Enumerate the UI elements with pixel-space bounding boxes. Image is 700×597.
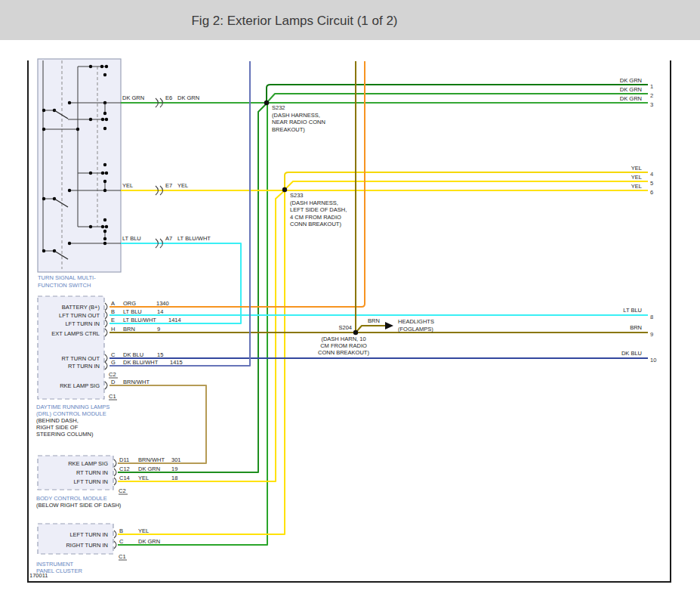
- wires: [109, 61, 648, 545]
- drl-pin-a-wire: ORG: [123, 300, 136, 307]
- s233-note-2: LEFT SIDE OF DASH,: [290, 206, 347, 213]
- drl-pin-e-wire: LT BLU/WHT: [123, 317, 156, 323]
- s233-note-1: (DASH HARNESS,: [290, 200, 338, 206]
- bcm-module-label: BODY CONTROL MODULE (BELOW RIGHT SIDE OF…: [36, 495, 122, 509]
- bcm-pin-c14: C14: [119, 475, 130, 481]
- drl-loc-line1: (BEHIND DASH,: [36, 417, 79, 424]
- cluster-name-line1: INSTRUMENT: [36, 561, 74, 568]
- bcm-loc: (BELOW RIGHT SIDE OF DASH): [36, 502, 122, 509]
- s232-note-3: BREAKOUT): [272, 126, 305, 133]
- cluster-pin-b-wire: YEL: [138, 527, 149, 534]
- cluster-pin-c-label: RIGHT TURN IN: [66, 542, 108, 549]
- terminal-2-num: 2: [650, 92, 653, 99]
- drl-pin-g-label: RT TURN IN: [68, 363, 100, 370]
- drl-pin-d-wire: BRN/WHT: [123, 379, 150, 385]
- drl-pin-a: A: [111, 300, 115, 307]
- drl-pin-g: G: [111, 359, 116, 366]
- bcm-pin-d11-wire: BRN/WHT: [138, 456, 165, 463]
- wire-yel-to-bcm-c14: [118, 190, 285, 481]
- cluster-pin-b: B: [119, 527, 123, 534]
- wire-brn-branch: [356, 326, 385, 333]
- switch-output-dk-grn: DK GRN E6 DK GRN: [122, 94, 199, 107]
- terminal-9-wire: BRN: [630, 324, 642, 331]
- drl-pin-h: H: [111, 326, 115, 333]
- drl-pin-g-ckt: 1415: [170, 359, 183, 366]
- splice-s204: S204 (DASH HARN, 10 CM FROM RADIO CONN B…: [318, 324, 369, 356]
- terminal-4-wire: YEL: [631, 165, 642, 172]
- wire-brn-wht: [109, 385, 206, 463]
- terminal-9-num: 9: [650, 331, 653, 338]
- connector-pin: E6: [165, 94, 172, 101]
- bcm-pin-d11: D11: [119, 456, 129, 463]
- drl-connector-c2: C2: [109, 371, 116, 378]
- turn-signal-switch-label: TURN SIGNAL MULTI- FUNCTION SWITCH: [38, 274, 96, 289]
- exterior-lamps-circuit-diagram: TURN SIGNAL MULTI- FUNCTION SWITCH: [0, 0, 700, 597]
- drl-pin-c-label: RT TURN OUT: [62, 355, 100, 362]
- drl-pin-h-ckt: 9: [157, 326, 160, 333]
- terminal-6-num: 6: [650, 189, 653, 196]
- cluster-pin-b-label: LEFT TURN IN: [69, 531, 108, 538]
- terminal-5-num: 5: [650, 180, 653, 187]
- switch-output-yel: YEL E7 YEL: [122, 182, 188, 195]
- drl-pin-e: E: [111, 317, 115, 323]
- terminal-8-num: 8: [650, 314, 653, 320]
- drl-pin-d-label: RKE LAMP SIG: [60, 382, 100, 389]
- drl-module-box: BATTERY (B+) A ORG 1340 LFT TURN OUT B L…: [38, 296, 183, 400]
- bcm-pin-c12-wire: DK GRN: [138, 466, 160, 472]
- s204-note-3: CONN BREAKOUT): [318, 349, 369, 356]
- wire-label: YEL: [122, 182, 133, 189]
- wire-org: [109, 61, 365, 307]
- bcm-pin-c14-label: LFT TURN IN: [73, 478, 108, 485]
- s232-note-2: NEAR RADIO CONN: [272, 119, 325, 125]
- terminal-4-num: 4: [650, 171, 653, 178]
- wiring-diagram-page: Fig 2: Exterior Lamps Circuit (1 of 2): [0, 0, 700, 597]
- bcm-pin-c12: C12: [119, 466, 130, 472]
- s204-id: S204: [338, 324, 352, 331]
- headlights-arrow: [385, 322, 393, 329]
- bcm-pin-d11-label: RKE LAMP SIG: [68, 460, 108, 467]
- right-terminals: DK GRN 1 DK GRN 2 DK GRN 3 YEL 4 YEL 5 Y…: [620, 77, 657, 363]
- splice-s233: S233 (DASH HARNESS, LEFT SIDE OF DASH, 4…: [282, 187, 347, 227]
- bcm-pin-d11-ckt: 301: [171, 456, 181, 463]
- wire-label: DK GRN: [122, 94, 144, 101]
- drl-pin-h-wire: BRN: [123, 326, 135, 333]
- terminal-1-wire: DK GRN: [620, 77, 642, 84]
- drl-pin-c-ckt: 15: [157, 351, 163, 358]
- wire-yel-4: [285, 172, 648, 187]
- drl-pin-b-wire: LT BLU: [123, 308, 142, 315]
- drl-pin-b: B: [111, 308, 115, 315]
- drl-pin-g-wire: DK BLU/WHT: [123, 359, 159, 366]
- drl-pin-c-wire: DK BLU: [123, 351, 143, 358]
- drl-name-line1: DAYTIME RUNNING LAMPS: [36, 404, 109, 410]
- switch-name-line2: FUNCTION SWITCH: [38, 282, 91, 289]
- drl-pin-c: C: [111, 351, 116, 358]
- bcm-pin-c14-ckt: 18: [171, 475, 177, 481]
- wire-dk-grn-1: [267, 85, 648, 101]
- drl-pin-d: D: [111, 379, 116, 385]
- s232-note-1: (DASH HARNESS,: [272, 112, 320, 119]
- terminal-10-num: 10: [650, 357, 656, 363]
- s233-note-4: CONN BREAKOUT): [290, 221, 341, 227]
- bcm-pin-c12-label: RT TURN IN: [76, 469, 108, 476]
- drl-pin-a-label: BATTERY (B+): [62, 304, 100, 311]
- cluster-pin-c: C: [119, 538, 124, 545]
- s232-id: S232: [272, 104, 285, 111]
- s233-note-3: 4 CM FROM RADIO: [290, 214, 341, 221]
- splice-s232: S232 (DASH HARNESS, NEAR RADIO CONN BREA…: [264, 101, 325, 133]
- terminal-3-wire: DK GRN: [620, 95, 642, 102]
- wire-label-out: DK GRN: [177, 94, 199, 101]
- cluster-module-box: LEFT TURN IN B YEL RIGHT TURN IN C DK GR…: [38, 524, 160, 560]
- branch-wire-label: BRN: [368, 317, 380, 324]
- drl-pin-b-label: LFT TURN OUT: [59, 312, 100, 319]
- wire-label: LT BLU: [122, 235, 141, 242]
- headlights-branch-label: BRN HEADLIGHTS (FOGLAMPS): [368, 317, 434, 333]
- turn-signal-switch-box: [38, 59, 121, 272]
- drl-loc-line3: STEERING COLUMN): [36, 431, 94, 438]
- drl-pin-b-ckt: 14: [157, 308, 163, 315]
- drl-connector-c1: C1: [109, 393, 116, 400]
- connector-pin: A7: [165, 235, 172, 242]
- terminal-1-num: 1: [650, 83, 653, 90]
- drl-pin-a-ckt: 1340: [156, 300, 169, 307]
- drl-pin-e-ckt: 1414: [168, 317, 181, 323]
- s204-note-1: (DASH HARN, 10: [321, 336, 365, 342]
